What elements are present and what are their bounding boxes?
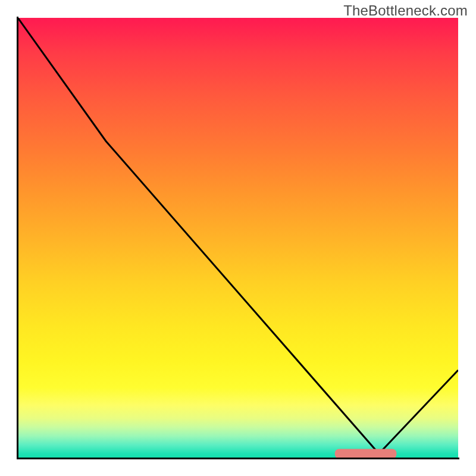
optimal-range-marker-svg — [18, 18, 458, 458]
optimal-range-marker — [335, 449, 397, 458]
watermark-text: TheBottleneck.com — [343, 2, 468, 19]
chart-container: TheBottleneck.com — [0, 0, 476, 476]
